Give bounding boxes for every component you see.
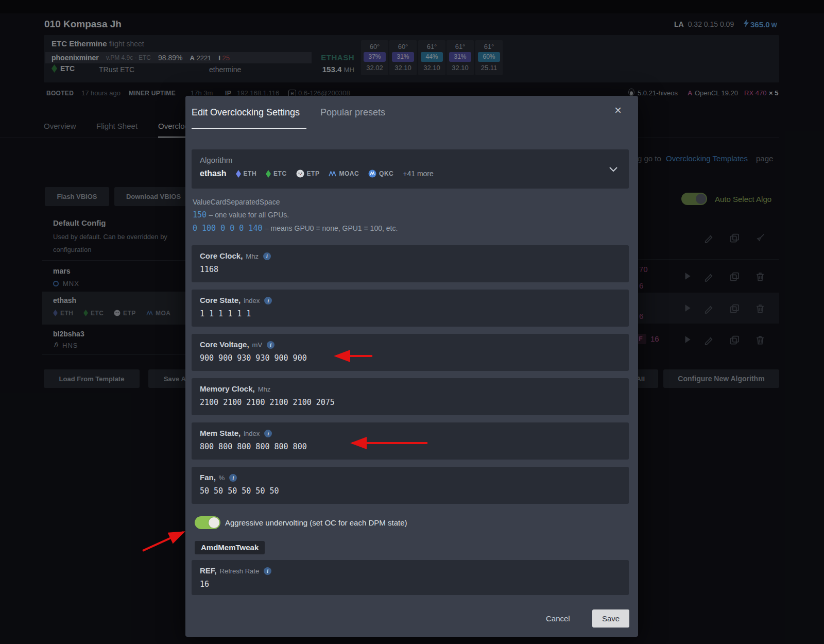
field-label: REF, [200, 566, 217, 575]
hint-line-1: 150 – one value for all GPUs. [193, 210, 289, 219]
field-value[interactable]: 800 800 800 800 800 800 [200, 442, 307, 451]
coin-eth: ETH [236, 170, 257, 178]
info-icon[interactable]: i [264, 430, 272, 437]
app-screen: 010 Kompasa Jh LA 0.32 0.15 0.09 365.0 W… [0, 0, 824, 644]
coin-qkc: QKC [368, 170, 393, 178]
field-ref-refresh-rate[interactable]: REF,Refresh Ratei 16 [192, 560, 629, 595]
modal-tab-edit-settings[interactable]: Edit Overclocking Settings [192, 107, 300, 118]
qkc-coin-icon [368, 170, 376, 178]
field-core-clock[interactable]: Core Clock,Mhzi 1168 [192, 245, 629, 282]
field-label: Core State, [200, 296, 241, 304]
field-core-state[interactable]: Core State,indexi 1 1 1 1 1 1 [192, 290, 629, 327]
moac-coin-icon [329, 171, 336, 177]
aggressive-undervolting-toggle[interactable] [195, 516, 220, 529]
field-unit: Refresh Rate [220, 567, 260, 575]
field-value[interactable]: 50 50 50 50 50 50 [200, 486, 279, 496]
modal-tab-popular-presets[interactable]: Popular presets [320, 107, 385, 118]
hint-code-2: 0 100 0 0 0 140 [193, 224, 262, 233]
hint-text-2: – means GPU0 = none, GPU1 = 100, etc. [265, 224, 398, 232]
info-icon[interactable]: i [229, 474, 237, 482]
field-unit: % [219, 474, 225, 482]
field-value[interactable]: 2100 2100 2100 2100 2100 2075 [200, 398, 335, 407]
coin-label: MOAC [339, 170, 359, 177]
more-algos-label: +41 more [403, 170, 434, 178]
field-value[interactable]: 900 900 930 930 900 900 [200, 353, 307, 363]
field-label: Memory Clock, [200, 384, 255, 393]
field-label: Core Clock, [200, 251, 243, 260]
amdmemtweak-badge: AmdMemTweak [195, 541, 265, 554]
info-icon[interactable]: i [263, 252, 271, 260]
coin-etc: ETC [266, 170, 287, 178]
info-icon[interactable]: i [264, 297, 272, 304]
coin-etp: ETP [296, 170, 320, 178]
coin-label: ETC [273, 170, 287, 177]
field-mem-state[interactable]: Mem State,indexi 800 800 800 800 800 800 [192, 422, 629, 460]
chevron-down-icon[interactable] [609, 167, 617, 172]
hint-title: ValueCardSeparatedSpace [193, 198, 280, 206]
field-unit: Mhz [258, 385, 271, 393]
coin-label: ETH [244, 170, 257, 177]
field-core-voltage[interactable]: Core Voltage,mVi 900 900 930 930 900 900 [192, 334, 629, 371]
field-fan[interactable]: Fan,%i 50 50 50 50 50 50 [192, 467, 629, 504]
algorithm-value: ethash [200, 169, 227, 178]
cancel-button[interactable]: Cancel [546, 614, 570, 623]
eth-coin-icon [236, 170, 241, 178]
field-memory-clock[interactable]: Memory Clock,Mhz 2100 2100 2100 2100 210… [192, 378, 629, 415]
field-value[interactable]: 1 1 1 1 1 1 [200, 309, 251, 318]
field-label: Fan, [200, 473, 216, 482]
aggressive-undervolting-label: Aggressive undervolting (set OC for each… [225, 518, 407, 527]
info-icon[interactable]: i [267, 341, 274, 349]
coin-label: ETP [307, 170, 320, 177]
hint-line-2: 0 100 0 0 0 140 – means GPU0 = none, GPU… [193, 224, 398, 233]
field-value[interactable]: 16 [200, 580, 209, 589]
close-icon[interactable]: × [614, 105, 622, 115]
field-unit: index [244, 297, 260, 304]
algorithm-label: Algorithm [200, 156, 232, 164]
hint-code-1: 150 [193, 210, 207, 219]
etc-coin-icon [266, 170, 271, 178]
info-icon[interactable]: i [264, 567, 271, 575]
field-label: Core Voltage, [200, 340, 249, 349]
field-unit: Mhz [246, 252, 259, 260]
etp-coin-icon [296, 170, 304, 178]
field-value[interactable]: 1168 [200, 265, 218, 274]
algorithm-select[interactable]: Algorithm ethash ETH ETC ETP MOAC [192, 149, 629, 189]
edit-overclocking-modal: Edit Overclocking Settings Popular prese… [185, 96, 638, 637]
modal-active-tab-underline [192, 128, 306, 129]
algorithm-value-row: ethash ETH ETC ETP MOAC [200, 169, 434, 178]
save-button[interactable]: Save [592, 609, 629, 628]
field-unit: index [244, 430, 260, 437]
coin-moac: MOAC [329, 170, 359, 177]
field-label: Mem State, [200, 429, 241, 437]
coin-label: QKC [379, 170, 393, 177]
hint-text-1: – one value for all GPUs. [209, 211, 289, 219]
field-unit: mV [252, 341, 263, 349]
toggle-knob [209, 517, 219, 528]
